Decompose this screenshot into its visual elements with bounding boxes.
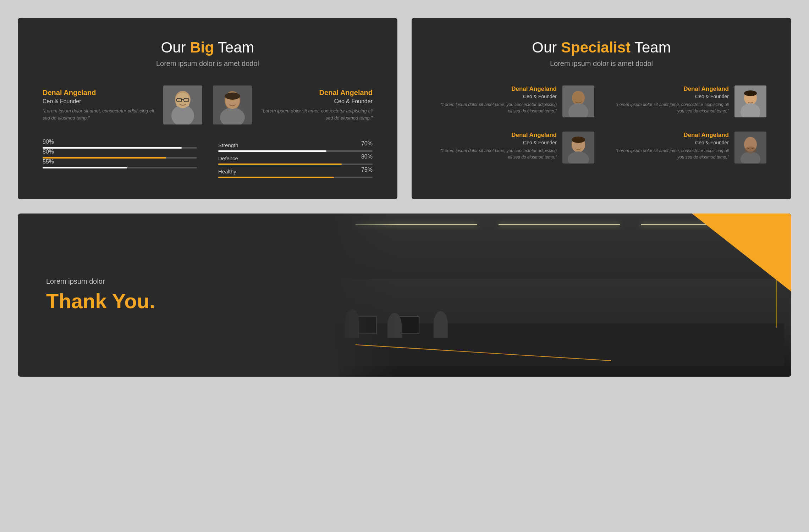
person-sil-3	[434, 311, 448, 338]
slide1-subtitle: Lorem ipsum dolor is amet dodol	[43, 60, 373, 68]
team-card-1-desc: "Lorem ipsum dolor sit amet, consectetur…	[43, 107, 156, 121]
specialist-card-1: Denal Angeland Ceo & Founder "Lorem ipsu…	[436, 85, 594, 117]
svg-point-13	[225, 93, 240, 100]
spec-name-2: Denal Angeland	[609, 85, 729, 93]
progress-item-healthy-left: 55%	[43, 159, 197, 168]
specialist-card-4: Denal Angeland Ceo & Founder "Lorem ipsu…	[609, 132, 766, 164]
spec-avatar-4-svg	[734, 132, 766, 164]
slide1-title: Our Big Team	[43, 39, 373, 56]
spec-name-1: Denal Angeland	[436, 85, 557, 93]
spec-desc-4: "Lorem ipsum dolor sit amet jame, consec…	[609, 148, 729, 160]
specialist-card-3: Denal Angeland Ceo & Founder "Lorem ipsu…	[436, 132, 594, 164]
progress-header-healthy: Healthy 75%	[218, 165, 373, 174]
spec-role-3: Ceo & Founder	[436, 140, 557, 145]
specialist-grid: Denal Angeland Ceo & Founder "Lorem ipsu…	[436, 85, 766, 164]
label-healthy: Healthy	[218, 165, 236, 174]
team-card-2-desc: "Lorem ipsum dolor sit amet, consectetur…	[259, 107, 373, 121]
progress-pct-80b: 80%	[361, 154, 373, 160]
ceiling-light-2	[499, 224, 620, 225]
spec-role-2: Ceo & Founder	[609, 94, 729, 99]
thank-you-main-text: Thank You.	[46, 289, 337, 313]
progress-header-defence: Defence 80%	[218, 152, 373, 161]
slide2-title: Our Specialist Team	[436, 39, 766, 56]
slide-specialist-team: Our Specialist Team Lorem ipsum dolor is…	[412, 18, 791, 199]
slide1-progress-left: 90% 80% 55%	[43, 139, 197, 178]
progress-item-strength-right: Strength 70%	[218, 139, 373, 152]
specialist-card-2-info: Denal Angeland Ceo & Founder "Lorem ipsu…	[609, 85, 729, 114]
progress-bar-bg-3	[43, 167, 197, 168]
spec-name-3: Denal Angeland	[436, 132, 557, 139]
diagonal-separator	[312, 214, 347, 377]
team-card-1-role: Ceo & Founder	[43, 98, 156, 105]
team-card-1-avatar	[163, 85, 202, 124]
specialist-card-1-info: Denal Angeland Ceo & Founder "Lorem ipsu…	[436, 85, 557, 114]
spec-avatar-4	[734, 132, 766, 164]
avatar-1-svg	[163, 85, 202, 124]
spec-name-4: Denal Angeland	[609, 132, 729, 139]
progress-item-healthy-right: Healthy 75%	[218, 165, 373, 178]
progress-pct-70: 70%	[361, 140, 373, 147]
thank-you-pre-text: Lorem ipsum dolor	[46, 277, 337, 286]
specialist-card-4-info: Denal Angeland Ceo & Founder "Lorem ipsu…	[609, 132, 729, 160]
gold-accent-svg	[327, 341, 791, 362]
spec-avatar-3-svg	[562, 132, 594, 164]
team-card-2-name: Denal Angeland	[259, 89, 373, 97]
spec-role-1: Ceo & Founder	[436, 94, 557, 99]
spec-avatar-1-svg	[562, 85, 594, 117]
slide1-progress-right: Strength 70% Defence 80%	[218, 139, 373, 178]
progress-header-55: 55%	[43, 159, 197, 165]
spec-avatar-2-svg	[734, 85, 766, 117]
specialist-card-2: Denal Angeland Ceo & Founder "Lorem ipsu…	[609, 85, 766, 117]
progress-header-90: 90%	[43, 139, 197, 145]
progress-pct-75: 75%	[361, 167, 373, 173]
slide1-progress-section: 90% 80% 55%	[43, 139, 373, 178]
thank-you-image-area	[327, 214, 791, 377]
svg-line-29	[356, 345, 611, 361]
svg-point-20	[744, 90, 757, 96]
avatar-2-svg	[213, 85, 252, 124]
progress-header-strength: Strength 70%	[218, 139, 373, 148]
progress-bar-bg-6	[218, 177, 373, 178]
slide1-team-row: Denal Angeland Ceo & Founder "Lorem ipsu…	[43, 85, 373, 124]
team-card-1-info: Denal Angeland Ceo & Founder "Lorem ipsu…	[43, 89, 156, 121]
progress-item-defence-right: Defence 80%	[218, 152, 373, 165]
slide-big-team: Our Big Team Lorem ipsum dolor is amet d…	[18, 18, 397, 199]
slide2-subtitle: Lorem ipsum dolor is amet dodol	[436, 60, 766, 68]
progress-item-defence-left: 80%	[43, 149, 197, 159]
label-strength: Strength	[218, 139, 238, 148]
progress-bar-fill-6	[218, 177, 334, 178]
specialist-card-3-info: Denal Angeland Ceo & Founder "Lorem ipsu…	[436, 132, 557, 160]
team-card-2-avatar	[213, 85, 252, 124]
progress-item-strength-left: 90%	[43, 139, 197, 149]
spec-avatar-3	[562, 132, 594, 164]
progress-bar-fill-3	[43, 167, 127, 168]
spec-desc-3: "Lorem ipsum dolor sit amet jame, you co…	[436, 148, 557, 160]
spec-desc-2: "Lorem ipsum dolor sit amet jame, consec…	[609, 101, 729, 114]
svg-point-24	[572, 137, 585, 143]
spec-role-4: Ceo & Founder	[609, 140, 729, 145]
progress-pct-90: 90%	[43, 139, 54, 145]
yellow-triangle	[692, 214, 791, 292]
svg-point-28	[745, 146, 756, 154]
team-card-2-info: Denal Angeland Ceo & Founder "Lorem ipsu…	[259, 89, 373, 121]
progress-pct-55: 55%	[43, 159, 54, 165]
team-card-2: Denal Angeland Ceo & Founder "Lorem ipsu…	[213, 85, 373, 124]
team-card-1: Denal Angeland Ceo & Founder "Lorem ipsu…	[43, 85, 202, 124]
team-card-1-name: Denal Angeland	[43, 89, 156, 97]
team-card-2-role: Ceo & Founder	[259, 98, 373, 105]
spec-avatar-2	[734, 85, 766, 117]
label-defence: Defence	[218, 152, 238, 161]
progress-pct-80: 80%	[43, 149, 54, 155]
spec-avatar-1	[562, 85, 594, 117]
slide-thank-you: Lorem ipsum dolor Thank You.	[18, 214, 791, 377]
spec-desc-1: "Lorem ipsum dolor sit amet jame, you co…	[436, 101, 557, 114]
progress-header-80: 80%	[43, 149, 197, 155]
